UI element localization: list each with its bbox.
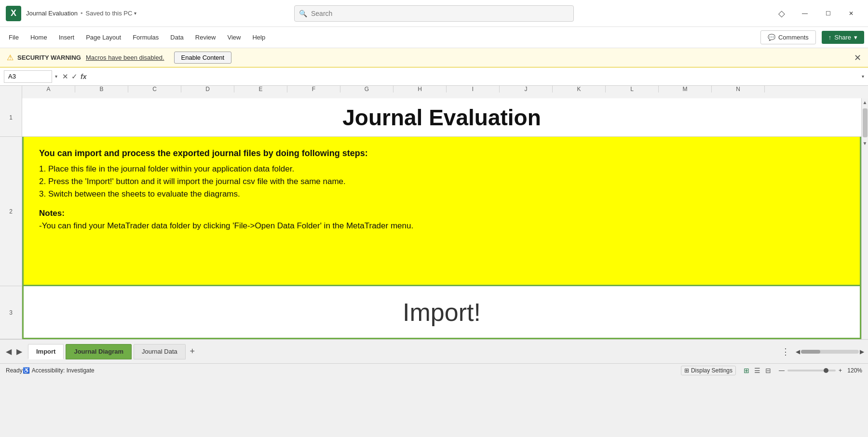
formula-expand-icon[interactable]: ▾ bbox=[862, 74, 864, 79]
accessibility-icon: ♿ bbox=[23, 367, 30, 374]
col-header-b[interactable]: B bbox=[75, 86, 128, 93]
cell-reference-text: A3 bbox=[8, 73, 16, 80]
more-options-icon[interactable]: ⋮ bbox=[781, 346, 790, 357]
zoom-percentage: 120% bbox=[845, 367, 862, 374]
hscroll-right-arrow[interactable]: ▶ bbox=[860, 348, 864, 355]
scroll-up-arrow[interactable]: ▲ bbox=[861, 98, 868, 106]
title-dropdown-icon[interactable]: ▾ bbox=[134, 11, 136, 16]
comments-button[interactable]: 💬 Comments bbox=[760, 30, 816, 44]
status-right-area: ⊞ Display Settings ⊞ ☰ ⊟ — + 120% bbox=[681, 366, 862, 375]
cell-reference-box[interactable]: A3 bbox=[4, 70, 52, 83]
title-separator: • bbox=[81, 10, 83, 17]
col-header-d[interactable]: D bbox=[181, 86, 234, 93]
row-3-import[interactable]: Import! bbox=[22, 286, 861, 339]
nav-next-arrow[interactable]: ▶ bbox=[14, 345, 24, 358]
menu-page-layout[interactable]: Page Layout bbox=[81, 31, 126, 44]
view-page-layout-button[interactable]: ☰ bbox=[752, 366, 762, 375]
col-header-e[interactable]: E bbox=[234, 86, 287, 93]
share-icon: ↑ bbox=[828, 34, 832, 41]
comments-icon: 💬 bbox=[768, 34, 775, 41]
maximize-button[interactable]: ☐ bbox=[817, 6, 839, 21]
column-headers: ABCDEFGHIJKLMN bbox=[0, 86, 868, 98]
search-container: 🔍 bbox=[294, 5, 574, 22]
accessibility-button[interactable]: ♿ Accessibility: Investigate bbox=[23, 367, 95, 374]
sheet-tab-journal-data[interactable]: Journal Data bbox=[134, 344, 186, 359]
instruction-step-2: 2. Press the 'Import!' button and it wil… bbox=[39, 177, 844, 186]
status-bar-right: ⋮ ◀ ▶ bbox=[781, 346, 864, 357]
notes-text: -You can find your MetaTrader data folde… bbox=[39, 221, 844, 231]
col-header-h[interactable]: H bbox=[393, 86, 447, 93]
security-warning-text: SECURITY WARNING bbox=[17, 54, 81, 61]
hscroll-thumb[interactable] bbox=[801, 350, 820, 354]
sheet-tab-import[interactable]: Import bbox=[28, 344, 64, 359]
saved-text: Saved to this PC bbox=[86, 10, 133, 17]
col-header-n[interactable]: N bbox=[712, 86, 765, 93]
zoom-out-icon[interactable]: — bbox=[779, 367, 785, 374]
zoom-area: — + 120% bbox=[779, 367, 862, 374]
row-2-instructions: You can import and process the exported … bbox=[22, 137, 861, 286]
zoom-track[interactable] bbox=[787, 370, 836, 371]
share-label: Share bbox=[834, 34, 851, 41]
menu-help[interactable]: Help bbox=[247, 31, 270, 44]
hscroll-left-arrow[interactable]: ◀ bbox=[796, 348, 800, 355]
scroll-down-arrow[interactable]: ▼ bbox=[861, 139, 868, 147]
row-num-3[interactable]: 3 bbox=[0, 286, 22, 339]
add-sheet-button[interactable]: + bbox=[186, 345, 199, 358]
window-controls: ◇ — ☐ ✕ bbox=[778, 6, 862, 21]
vertical-scrollbar[interactable]: ▲ ▼ bbox=[861, 98, 868, 339]
enable-content-button[interactable]: Enable Content bbox=[174, 52, 232, 64]
formula-input[interactable] bbox=[91, 70, 860, 83]
menu-home[interactable]: Home bbox=[26, 31, 52, 44]
title-bar: X Journal Evaluation • Saved to this PC … bbox=[0, 0, 868, 27]
row-num-1[interactable]: 1 bbox=[0, 98, 22, 137]
row-num-2[interactable]: 2 bbox=[0, 137, 22, 286]
nav-prev-arrow[interactable]: ◀ bbox=[4, 345, 14, 358]
view-page-break-button[interactable]: ⊟ bbox=[763, 366, 773, 375]
formula-bar: A3 ▾ ✕ ✓ fx ▾ bbox=[0, 67, 868, 86]
col-header-k[interactable]: K bbox=[553, 86, 606, 93]
ribbon-icon[interactable]: ◇ bbox=[778, 8, 785, 19]
formula-cancel-icon[interactable]: ✕ bbox=[62, 72, 68, 81]
minimize-button[interactable]: — bbox=[794, 6, 816, 21]
horizontal-scrollbar[interactable]: ◀ ▶ bbox=[796, 348, 864, 355]
menu-formulas[interactable]: Formulas bbox=[128, 31, 163, 44]
close-button[interactable]: ✕ bbox=[840, 6, 862, 21]
menu-insert[interactable]: Insert bbox=[54, 31, 80, 44]
col-header-f[interactable]: F bbox=[287, 86, 340, 93]
menu-data[interactable]: Data bbox=[165, 31, 188, 44]
spreadsheet-wrapper: 123 Journal Evaluation You can import an… bbox=[0, 98, 868, 339]
accessibility-text: Accessibility: Investigate bbox=[32, 367, 95, 374]
col-header-g[interactable]: G bbox=[340, 86, 393, 93]
view-buttons: ⊞ ☰ ⊟ bbox=[742, 366, 773, 375]
search-input[interactable] bbox=[294, 5, 574, 22]
col-header-c[interactable]: C bbox=[128, 86, 181, 93]
display-settings-button[interactable]: ⊞ Display Settings bbox=[681, 366, 736, 375]
search-icon: 🔍 bbox=[299, 10, 307, 17]
cell-ref-dropdown-icon[interactable]: ▾ bbox=[55, 74, 57, 79]
col-header-j[interactable]: J bbox=[500, 86, 553, 93]
zoom-in-icon[interactable]: + bbox=[839, 367, 842, 374]
col-header-m[interactable]: M bbox=[659, 86, 712, 93]
security-link[interactable]: Macros have been disabled. bbox=[86, 54, 164, 61]
title-text: Journal Evaluation bbox=[26, 10, 78, 17]
sheet-tab-journal-diagram[interactable]: Journal Diagram bbox=[66, 344, 132, 359]
row-number-header-cell bbox=[0, 86, 22, 98]
col-header-a[interactable]: A bbox=[22, 86, 75, 93]
hscroll-track[interactable] bbox=[801, 350, 859, 354]
formula-confirm-icon[interactable]: ✓ bbox=[71, 72, 78, 81]
menu-view[interactable]: View bbox=[222, 31, 245, 44]
menu-file[interactable]: File bbox=[4, 31, 24, 44]
security-close-icon[interactable]: ✕ bbox=[854, 53, 861, 63]
cells-area: Journal Evaluation You can import and pr… bbox=[22, 98, 861, 339]
instructions-header: You can import and process the exported … bbox=[39, 148, 844, 159]
col-header-l[interactable]: L bbox=[606, 86, 659, 93]
col-header-i[interactable]: I bbox=[447, 86, 500, 93]
share-button[interactable]: ↑ Share ▾ bbox=[822, 31, 864, 44]
menu-review[interactable]: Review bbox=[190, 31, 221, 44]
view-normal-button[interactable]: ⊞ bbox=[742, 366, 751, 375]
notes-section: Notes: -You can find your MetaTrader dat… bbox=[39, 209, 844, 231]
scroll-thumb[interactable] bbox=[863, 108, 868, 137]
menu-bar: File Home Insert Page Layout Formulas Da… bbox=[0, 27, 868, 48]
excel-logo: X bbox=[6, 6, 21, 21]
zoom-thumb[interactable] bbox=[824, 368, 828, 373]
